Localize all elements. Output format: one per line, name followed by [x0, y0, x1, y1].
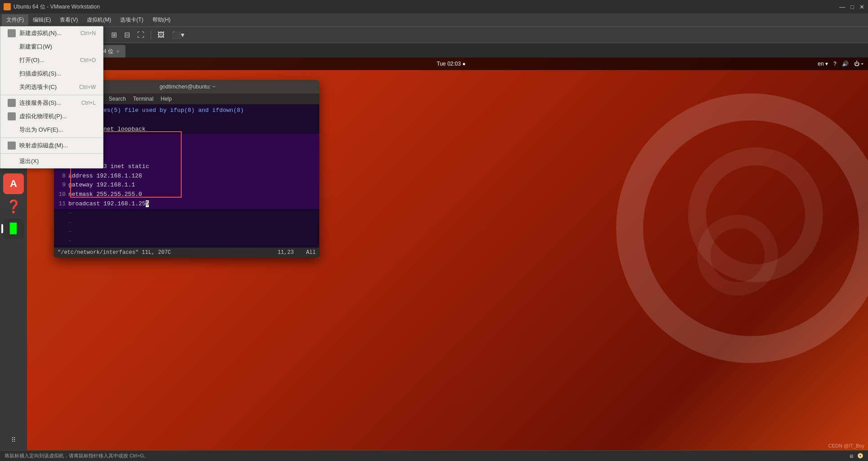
tab-ubuntu-close[interactable]: ✕ — [116, 49, 120, 54]
menu-exit[interactable]: 退出(X) — [0, 155, 103, 168]
menu-scan-label: 扫描虚拟机(S)... — [19, 70, 61, 78]
power-menu-icon[interactable]: ⏻ ▾ — [854, 61, 864, 67]
vim-statusbar-right: 11,23 All — [277, 249, 316, 256]
vim-tilde-2: ~ — [54, 218, 319, 228]
menu-sep-1 — [0, 95, 103, 95]
menu-export-ovf-label: 导出为 OVF(E)... — [19, 126, 63, 134]
connect-server-shortcut: Ctrl+L — [81, 100, 96, 106]
unity2-btn[interactable]: ⬛▾ — [169, 29, 187, 41]
exit-icon — [8, 157, 16, 165]
virtualize-icon — [8, 112, 16, 120]
app-title: Ubuntu 64 位 - VMware Workstation — [13, 3, 100, 11]
menu-connect-server-label: 连接服务器(S)... — [19, 99, 61, 107]
menu-virtualize-label: 虚拟化物理机(P)... — [19, 112, 67, 120]
terminal-search-menu[interactable]: Search — [109, 96, 126, 102]
menu-close-tab[interactable]: 关闭选项卡(C) Ctrl+W — [0, 80, 103, 94]
export-icon — [8, 126, 16, 134]
sidebar-icon-help[interactable]: ❓ — [3, 196, 24, 217]
vm-menu[interactable]: 虚拟机(M) — [82, 14, 116, 26]
vim-statusbar-left: "/etc/network/interfaces" 11L, 207C — [58, 249, 171, 256]
sidebar-icon-terminal[interactable]: ▉ — [3, 218, 24, 239]
menu-map-disk-label: 映射虚拟磁盘(M)... — [19, 142, 68, 150]
vim-statusbar: "/etc/network/interfaces" 11L, 207C 11,2… — [54, 248, 319, 257]
ubuntu-topbar: Activities Terminal ▾ Tue 02:03 ● en ▾ ?… — [27, 58, 868, 70]
ubuntu-decoration-3 — [697, 215, 778, 296]
map-disk-icon — [8, 142, 16, 150]
menu-map-disk[interactable]: 映射虚拟磁盘(M)... — [0, 139, 103, 152]
vim-line-11: 11 broadcast 192.168.1.255 — [54, 199, 319, 209]
connect-server-icon — [8, 99, 16, 107]
close-tab-icon — [8, 83, 16, 91]
vim-tilde-3: ~ — [54, 227, 319, 237]
terminal-terminal-menu[interactable]: Terminal — [133, 96, 153, 102]
volume-icon[interactable]: 🔊 — [842, 61, 849, 67]
menu-new-vm[interactable]: 新建虚拟机(N)... Ctrl+N — [0, 27, 103, 40]
menu-exit-label: 退出(X) — [19, 157, 39, 165]
new-vm-icon — [8, 29, 16, 37]
file-menu[interactable]: 文件(F) — [2, 14, 28, 26]
statusbar-right: 🖥 📀 — [849, 453, 864, 459]
menu-sep-3 — [0, 153, 103, 154]
sidebar-icon-apps[interactable]: ⠿ — [3, 430, 24, 450]
ubuntu-decoration-1 — [616, 93, 868, 363]
vim-tilde-1: ~ — [54, 209, 319, 218]
menu-close-tab-label: 关闭选项卡(C) — [19, 83, 57, 91]
titlebar-controls[interactable]: — □ ✕ — [839, 4, 864, 10]
menu-open[interactable]: 打开(O)... Ctrl+O — [0, 53, 103, 67]
edit-menu[interactable]: 编辑(E) — [28, 14, 55, 26]
file-dropdown-menu: 新建虚拟机(N)... Ctrl+N 新建窗口(W) 打开(O)... Ctrl… — [0, 26, 103, 168]
fullscreen-btn[interactable]: ⛶ — [134, 29, 147, 41]
menu-new-window[interactable]: 新建窗口(W) — [0, 40, 103, 53]
topbar-datetime: Tue 02:03 ● — [437, 61, 465, 67]
watermark: CEDN @IT_Boy — [828, 443, 864, 448]
help-menu[interactable]: 帮助(H) — [148, 14, 175, 26]
statusbar-icon-1: 🖥 — [849, 453, 854, 459]
menu-new-window-label: 新建窗口(W) — [19, 43, 52, 51]
main-area: 🦊 🦅 📁 🎵 📄 A ❓ ▉ ⠿ Activities Terminal ▾ … — [0, 58, 868, 450]
vim-line-10: 10 netmask 255.255.255.0 — [54, 190, 319, 199]
vmware-tabs: 🖥 Windows 7 x64 ✕ 🐧 Ubuntu 64 位 ✕ — [0, 43, 868, 58]
scan-icon — [8, 70, 16, 78]
fit2-btn[interactable]: ⊞ — [108, 29, 120, 41]
vmware-statusbar: 将鼠标捕入定向到该虚拟机，请将鼠标指针移入其中或按 Ctrl+G。 🖥 📀 — [0, 450, 868, 461]
vim-tilde-4: ~ — [54, 237, 319, 246]
help-icon[interactable]: ? — [833, 61, 837, 67]
open-shortcut: Ctrl+O — [80, 57, 96, 63]
unity-btn[interactable]: 🖼 — [155, 29, 167, 41]
ubuntu-desktop: Activities Terminal ▾ Tue 02:03 ● en ▾ ?… — [27, 58, 868, 450]
new-window-icon — [8, 43, 16, 51]
menu-scan[interactable]: 扫描虚拟机(S)... — [0, 67, 103, 80]
lang-btn[interactable]: en ▾ — [818, 61, 828, 67]
menu-open-label: 打开(O)... — [19, 56, 45, 64]
view-menu[interactable]: 查看(V) — [55, 14, 82, 26]
menu-connect-server[interactable]: 连接服务器(S)... Ctrl+L — [0, 96, 103, 110]
close-button[interactable]: ✕ — [859, 4, 864, 10]
vim-line-9: 9 gateway 192.168.1.1 — [54, 181, 319, 190]
terminal-title: godtimchen@ubuntu: ~ — [85, 84, 291, 90]
app-icon — [4, 3, 11, 10]
close-tab-shortcut: Ctrl+W — [79, 84, 96, 90]
menu-export-ovf[interactable]: 导出为 OVF(E)... — [0, 123, 103, 137]
vmware-menubar: 文件(F) 编辑(E) 查看(V) 虚拟机(M) 选项卡(T) 帮助(H) — [0, 13, 868, 27]
sidebar-icon-software[interactable]: A — [3, 173, 24, 194]
vmware-toolbar: ⏸▾ ⌨ 📷 ↩ ⚡ ⊡ ⊞ ⊟ ⛶ 🖼 ⬛▾ — [0, 27, 868, 43]
topbar-right: en ▾ ? 🔊 ⏻ ▾ — [818, 61, 864, 67]
ubuntu-decoration-2 — [688, 147, 823, 282]
menu-sep-2 — [0, 137, 103, 138]
minimize-button[interactable]: — — [839, 4, 845, 10]
titlebar-left: Ubuntu 64 位 - VMware Workstation — [4, 3, 100, 11]
new-vm-shortcut: Ctrl+N — [81, 30, 96, 36]
terminal-help-menu[interactable]: Help — [161, 96, 172, 102]
statusbar-message: 将鼠标捕入定向到该虚拟机，请将鼠标指针移入其中或按 Ctrl+G。 — [4, 452, 149, 459]
fit3-btn[interactable]: ⊟ — [121, 29, 133, 41]
menu-virtualize[interactable]: 虚拟化物理机(P)... — [0, 110, 103, 123]
maximize-button[interactable]: □ — [850, 4, 854, 10]
tab-menu[interactable]: 选项卡(T) — [116, 14, 148, 26]
statusbar-icon-2: 📀 — [857, 453, 864, 459]
vmware-titlebar: Ubuntu 64 位 - VMware Workstation — □ ✕ — [0, 0, 868, 13]
open-icon — [8, 56, 16, 64]
vim-line-8: 8 address 192.168.1.128 — [54, 172, 319, 181]
toolbar-sep-3 — [151, 31, 151, 40]
menu-new-vm-label: 新建虚拟机(N)... — [19, 29, 62, 37]
